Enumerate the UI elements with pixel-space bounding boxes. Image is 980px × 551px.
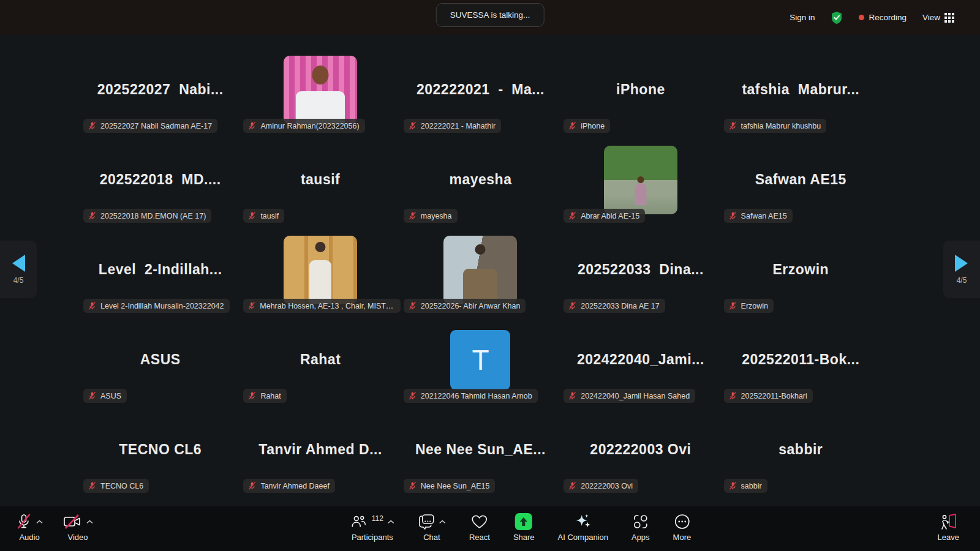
- participant-display-name: ASUS: [140, 351, 181, 368]
- participant-tile[interactable]: ASUSASUS: [80, 315, 240, 405]
- recording-indicator: Recording: [859, 13, 907, 22]
- share-button[interactable]: Share: [513, 512, 535, 542]
- participant-tile[interactable]: Nee Nee Sun_AE...Nee Nee Sun_AE15: [401, 405, 560, 495]
- mic-muted-icon: [247, 481, 257, 490]
- mic-muted-icon: [408, 121, 417, 130]
- chat-label: Chat: [423, 533, 440, 542]
- audio-label: Audio: [19, 533, 39, 542]
- participant-display-name: 202522011-Bok...: [742, 351, 859, 368]
- participant-tile[interactable]: TECNO CL6TECNO CL6: [80, 405, 240, 495]
- mic-muted-icon: [728, 481, 737, 490]
- leave-label: Leave: [938, 533, 959, 542]
- mic-muted-icon: [728, 391, 737, 400]
- ai-companion-button[interactable]: AI Companion: [558, 512, 608, 542]
- participant-display-name: Erzowin: [772, 261, 829, 278]
- participant-name-label: TECNO CL6: [83, 479, 149, 493]
- participant-name-label: Safwan AE15: [724, 209, 793, 223]
- participant-tile[interactable]: T202122046 Tahmid Hasan Arnob: [401, 315, 560, 405]
- participant-name-label: 202522033 Dina AE 17: [564, 299, 665, 313]
- participants-icon: [350, 514, 368, 529]
- participant-name-label: 202122046 Tahmid Hasan Arnob: [404, 389, 538, 403]
- next-page-button[interactable]: 4/5: [943, 241, 980, 298]
- participant-tile[interactable]: 202422040_Jami...202422040_Jamil Hasan S…: [560, 315, 720, 405]
- mic-muted-icon: [88, 391, 97, 400]
- view-label: View: [922, 13, 940, 22]
- previous-page-button[interactable]: 4/5: [0, 241, 37, 298]
- participant-tile[interactable]: 202222021 - Ma...202222021 - Mahathir: [401, 45, 560, 135]
- react-button[interactable]: React: [469, 512, 490, 542]
- view-button[interactable]: View: [922, 13, 954, 23]
- chat-caret[interactable]: [439, 520, 446, 524]
- recording-label: Recording: [869, 13, 907, 22]
- security-shield-icon[interactable]: [831, 11, 843, 24]
- participant-display-name: TECNO CL6: [119, 441, 202, 458]
- participant-tile[interactable]: 202522011-Bok...202522011-Bokhari: [721, 315, 881, 405]
- participant-tile[interactable]: Tanvir Ahmed D...Tanvir Ahmed Daeef: [240, 405, 400, 495]
- participant-display-name: tafshia Mabrur...: [742, 81, 859, 98]
- leave-button[interactable]: Leave: [938, 512, 959, 542]
- mic-muted-icon: [247, 391, 257, 400]
- participant-name-label: Level 2-Indillah Mursalin-202322042: [83, 299, 230, 313]
- participant-tile[interactable]: tausiftausif: [240, 135, 400, 225]
- participant-tile[interactable]: mayeshamayesha: [401, 135, 560, 225]
- camera-off-icon: [62, 514, 82, 530]
- avatar-photo: [604, 146, 677, 214]
- participant-display-name: Rahat: [300, 351, 341, 368]
- participant-tile[interactable]: 202522033 Dina...202522033 Dina AE 17: [560, 225, 720, 315]
- participant-display-name: sabbir: [778, 441, 823, 458]
- recording-dot-icon: [859, 15, 864, 20]
- apps-button[interactable]: Apps: [631, 512, 650, 542]
- participant-name-label: ASUS: [83, 389, 127, 403]
- chat-button[interactable]: Chat: [418, 512, 446, 542]
- top-bar: SUVESSA is talking... Sign in Recording …: [0, 0, 980, 35]
- participants-button[interactable]: 112 Participants: [350, 512, 394, 542]
- video-button[interactable]: Video: [62, 512, 93, 542]
- participant-tile[interactable]: sabbirsabbir: [721, 405, 881, 495]
- mic-muted-icon: [88, 121, 97, 130]
- participant-name-label: tausif: [243, 209, 284, 223]
- participant-tile[interactable]: 202522027 Nabi...202522027 Nabil Sadman …: [80, 45, 240, 135]
- audio-options-caret[interactable]: [36, 520, 43, 524]
- participant-tile[interactable]: Level 2-Indillah...Level 2-Indillah Murs…: [80, 225, 240, 315]
- participant-name-label: 202522026- Abir Anwar Khan: [404, 299, 526, 313]
- participant-display-name: iPhone: [616, 81, 665, 98]
- participant-display-name: 202422040_Jami...: [577, 351, 704, 368]
- participant-tile[interactable]: iPhoneiPhone: [560, 45, 720, 135]
- participant-name-label: 202522018 MD.EMON (AE 17): [83, 209, 211, 223]
- leave-door-icon: [939, 513, 957, 530]
- participant-name-label: Aminur Rahman(202322056): [243, 119, 364, 133]
- participant-display-name: Nee Nee Sun_AE...: [415, 441, 546, 458]
- sign-in-button[interactable]: Sign in: [790, 13, 815, 22]
- participant-tile[interactable]: 202522018 MD....202522018 MD.EMON (AE 17…: [80, 135, 240, 225]
- participant-tile[interactable]: tafshia Mabrur...tafshia Mabrur khushbu: [721, 45, 881, 135]
- participant-tile[interactable]: Safwan AE15Safwan AE15: [721, 135, 881, 225]
- participant-tile[interactable]: ErzowinErzowin: [721, 225, 881, 315]
- more-label: More: [673, 533, 692, 542]
- mic-muted-icon: [247, 301, 256, 310]
- participant-tile[interactable]: 202522026- Abir Anwar Khan: [401, 225, 560, 315]
- participant-initial-avatar: T: [450, 330, 510, 390]
- participant-name-label: 202422040_Jamil Hasan Sahed: [564, 389, 695, 403]
- participant-tile[interactable]: Abrar Abid AE-15: [560, 135, 720, 225]
- react-label: React: [469, 533, 490, 542]
- participant-tile[interactable]: Aminur Rahman(202322056): [240, 45, 400, 135]
- more-button[interactable]: More: [673, 512, 692, 542]
- arrow-left-icon: [10, 254, 26, 272]
- mic-muted-icon: [408, 391, 417, 400]
- mic-muted-icon: [16, 513, 32, 530]
- apps-icon: [633, 514, 649, 530]
- avatar-photo: [443, 236, 517, 304]
- participant-display-name: 202522033 Dina...: [578, 261, 704, 278]
- video-options-caret[interactable]: [86, 520, 93, 524]
- audio-button[interactable]: Audio: [16, 512, 43, 542]
- participants-caret[interactable]: [388, 520, 394, 524]
- participant-display-name: Safwan AE15: [755, 171, 846, 188]
- active-speaker-banner: SUVESSA is talking...: [436, 3, 545, 27]
- participant-tile[interactable]: Mehrab Hossen, AE-13 , Chair, MIST Stu..…: [240, 225, 400, 315]
- participant-tile[interactable]: RahatRahat: [240, 315, 400, 405]
- mic-muted-icon: [408, 211, 417, 220]
- participant-name-label: 202522027 Nabil Sadman AE-17: [83, 119, 217, 133]
- participant-tile[interactable]: 202222003 Ovi202222003 Ovi: [560, 405, 720, 495]
- share-label: Share: [513, 533, 535, 542]
- page-indicator: 4/5: [13, 276, 24, 285]
